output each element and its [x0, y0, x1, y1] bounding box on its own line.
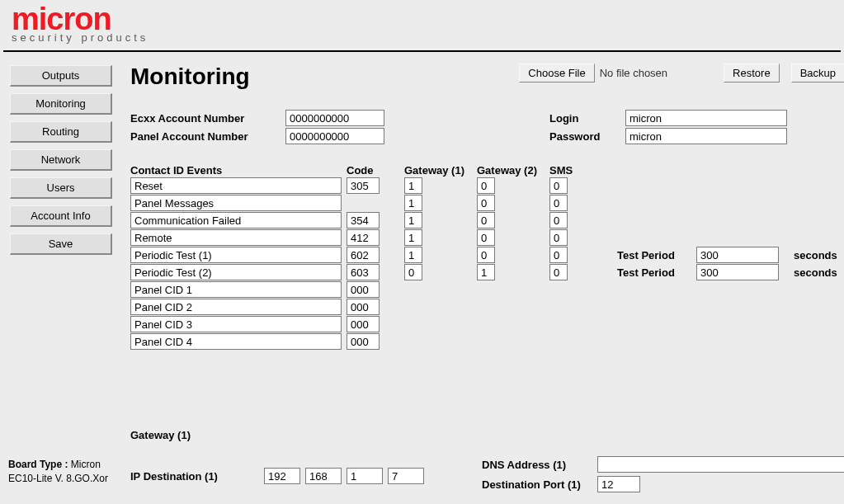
event-row: [130, 177, 844, 194]
code-col-header: Code: [347, 164, 404, 177]
main-content: Monitoring Choose File No file chosen Re…: [122, 52, 844, 504]
file-status: No file chosen: [600, 67, 667, 79]
gw1-input[interactable]: [404, 247, 422, 263]
event-code-input[interactable]: [347, 316, 380, 332]
event-name-input[interactable]: [130, 212, 342, 228]
ip-octet-3[interactable]: [347, 468, 383, 484]
sms-input[interactable]: [549, 195, 568, 211]
sms-input[interactable]: [549, 247, 568, 263]
dns-address-label: DNS Address (1): [482, 459, 597, 471]
event-name-input[interactable]: [130, 333, 342, 350]
event-row: [130, 299, 844, 315]
event-code-input[interactable]: [347, 299, 380, 315]
event-name-input[interactable]: [130, 247, 342, 263]
gw2-input[interactable]: [477, 195, 495, 211]
nav-account-info[interactable]: Account Info: [10, 205, 112, 227]
nav-routing[interactable]: Routing: [10, 121, 112, 143]
sidebar: Outputs Monitoring Routing Network Users…: [0, 52, 122, 268]
login-label: Login: [549, 112, 625, 125]
destination-port-label: Destination Port (1): [482, 478, 597, 491]
page-title: Monitoring: [130, 64, 250, 90]
login-input[interactable]: [625, 110, 787, 126]
destination-port-input[interactable]: [597, 476, 640, 492]
event-code-input[interactable]: [347, 333, 380, 350]
ip-octet-2[interactable]: [305, 468, 342, 484]
brand-tagline: security products: [12, 31, 832, 44]
nav-network[interactable]: Network: [10, 149, 112, 171]
gw2-input[interactable]: [477, 247, 495, 263]
event-row: [130, 333, 844, 350]
dns-address-input[interactable]: [597, 456, 844, 473]
event-name-input[interactable]: [130, 195, 342, 211]
sms-input[interactable]: [549, 229, 568, 246]
test-period-label: Test Period: [617, 266, 696, 279]
nav-users[interactable]: Users: [10, 177, 112, 199]
gw1-input[interactable]: [404, 177, 422, 194]
gw2-input[interactable]: [477, 212, 495, 228]
restore-button[interactable]: Restore: [724, 64, 780, 82]
test-period-input[interactable]: [696, 247, 779, 263]
event-row: [130, 195, 844, 211]
choose-file-button[interactable]: Choose File: [519, 64, 594, 82]
gw1-col-header: Gateway (1): [404, 164, 477, 177]
nav-monitoring[interactable]: Monitoring: [10, 93, 112, 115]
event-row: Test Periodseconds: [130, 247, 844, 263]
brand-name: micron: [12, 5, 832, 33]
backup-button[interactable]: Backup: [791, 64, 844, 82]
event-row: Test Periodseconds: [130, 264, 844, 280]
nav-outputs[interactable]: Outputs: [10, 65, 112, 87]
sms-input[interactable]: [549, 264, 568, 280]
sms-input[interactable]: [549, 212, 568, 228]
test-period-unit: seconds: [794, 249, 837, 261]
sms-input[interactable]: [549, 177, 568, 194]
events-col-header: Contact ID Events: [130, 164, 347, 177]
event-code-input[interactable]: [347, 281, 380, 298]
event-name-input[interactable]: [130, 299, 342, 315]
ecxx-account-input[interactable]: [285, 110, 384, 126]
event-name-input[interactable]: [130, 281, 342, 298]
test-period-label: Test Period: [617, 249, 696, 261]
sms-col-header: SMS: [549, 164, 587, 177]
event-row: [130, 229, 844, 246]
board-info: Board Type : Micron EC10-Lite V. 8.GO.Xo…: [8, 458, 124, 486]
event-code-input[interactable]: [347, 264, 380, 280]
gw2-input[interactable]: [477, 264, 495, 280]
ip-octet-1[interactable]: [264, 468, 300, 484]
event-name-input[interactable]: [130, 316, 342, 332]
nav-save[interactable]: Save: [10, 233, 112, 255]
event-code-input[interactable]: [347, 247, 380, 263]
event-code-input[interactable]: [347, 177, 380, 194]
gw2-input[interactable]: [477, 229, 495, 246]
test-period-unit: seconds: [794, 266, 837, 279]
event-row: [130, 212, 844, 228]
password-label: Password: [549, 130, 625, 143]
gw1-input[interactable]: [404, 195, 422, 211]
event-name-input[interactable]: [130, 264, 342, 280]
event-row: [130, 281, 844, 298]
ecxx-account-label: Ecxx Account Number: [130, 112, 285, 125]
panel-account-input[interactable]: [285, 128, 384, 144]
event-name-input[interactable]: [130, 177, 342, 194]
event-row: [130, 316, 844, 332]
test-period-input[interactable]: [696, 264, 779, 280]
ip-destination-label: IP Destination (1): [130, 470, 264, 483]
gw1-input[interactable]: [404, 212, 422, 228]
gw2-col-header: Gateway (2): [477, 164, 549, 177]
event-name-input[interactable]: [130, 229, 342, 246]
event-code-input[interactable]: [347, 212, 380, 228]
panel-account-label: Panel Account Number: [130, 130, 285, 143]
gateway-heading: Gateway (1): [130, 429, 844, 441]
gw1-input[interactable]: [404, 264, 422, 280]
event-code-input[interactable]: [347, 229, 380, 246]
ip-octet-4[interactable]: [388, 468, 424, 484]
gw1-input[interactable]: [404, 229, 422, 246]
password-input[interactable]: [625, 128, 787, 144]
gw2-input[interactable]: [477, 177, 495, 194]
